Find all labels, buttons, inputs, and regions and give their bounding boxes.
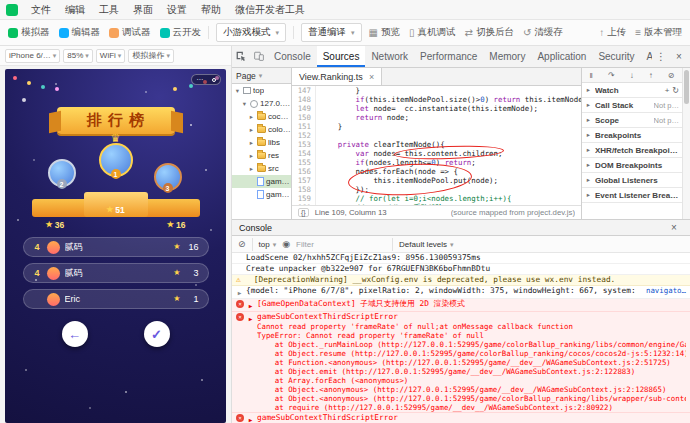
zoom-select[interactable]: 85% ▾ xyxy=(63,49,93,63)
menu-item[interactable]: 微信开发者工具 xyxy=(228,3,312,17)
tree-item[interactable]: ▸colorB… xyxy=(232,123,291,136)
close-icon[interactable]: × xyxy=(665,222,683,233)
console-message[interactable]: ▶{model: "iPhone 6/7/8", pixelRatio: 2, … xyxy=(232,286,690,299)
sidebar-section-scope[interactable]: ▸ScopeNot p… xyxy=(582,113,682,128)
console-drawer-title[interactable]: Console xyxy=(239,223,272,233)
console-message[interactable]: ×▶gameSubContextThirdScriptErrorCannot r… xyxy=(232,413,690,423)
line-number[interactable]: 160 xyxy=(292,203,316,205)
remote-debug-button[interactable]: ▯真机调试 xyxy=(409,26,456,39)
line-number[interactable]: 156 xyxy=(292,167,316,176)
menu-item[interactable]: 工具 xyxy=(92,3,126,17)
line-number[interactable]: 148 xyxy=(292,95,316,104)
line-number[interactable]: 152 xyxy=(292,131,316,140)
device-toolbar-icon[interactable] xyxy=(250,51,268,63)
tree-item[interactable]: ▸cocos… xyxy=(232,110,291,123)
clear-console-icon[interactable]: ⊘ xyxy=(238,240,246,249)
line-number[interactable]: 149 xyxy=(292,104,316,113)
clear-cache-button[interactable]: ↺清缓存 xyxy=(523,26,563,39)
switch-background-button[interactable]: ⇄切换后台 xyxy=(465,26,514,39)
devtools-tab-network[interactable]: Network xyxy=(365,46,414,67)
expand-icon[interactable]: ▶ xyxy=(247,314,254,324)
add-watch-icon[interactable]: + xyxy=(665,86,670,95)
line-number[interactable]: 153 xyxy=(292,140,316,149)
sidebar-section-xhr-fetch-breakpoints[interactable]: ▸XHR/fetch Breakpoints xyxy=(582,143,682,158)
tree-item[interactable]: game… xyxy=(232,175,291,188)
line-number[interactable]: 157 xyxy=(292,176,316,185)
confirm-button[interactable]: ✓ xyxy=(144,321,170,347)
sidebar-section-watch[interactable]: ▸Watch+↻ xyxy=(582,83,682,98)
sidebar-section-call-stack[interactable]: ▸Call StackNot p… xyxy=(582,98,682,113)
sidebar-section-breakpoints[interactable]: ▸Breakpoints xyxy=(582,128,682,143)
scrollbar-thumb[interactable] xyxy=(684,70,689,104)
console-filter-input[interactable] xyxy=(296,240,386,249)
leaderboard-row[interactable]: Eric★1 xyxy=(23,289,209,309)
cloud-dev-button[interactable]: 云开发 xyxy=(160,26,202,39)
line-number[interactable]: 154 xyxy=(292,149,316,158)
debugger-button[interactable]: 调试器 xyxy=(109,26,151,39)
kebab-menu-icon[interactable]: ⋮ xyxy=(652,51,670,62)
sidebar-section-global-listeners[interactable]: ▸Global Listeners xyxy=(582,173,682,188)
game-mode-dropdown[interactable]: 小游戏模式 ▾ xyxy=(216,23,286,42)
pretty-print-icon[interactable]: {} xyxy=(298,208,309,217)
menu-item[interactable]: 帮助 xyxy=(194,3,228,17)
pause-icon[interactable]: ‖ xyxy=(590,71,593,80)
file-tree-header[interactable]: Page ▾ xyxy=(232,68,291,84)
simulator-button[interactable]: 模拟器 xyxy=(8,26,50,39)
menu-item[interactable]: 设置 xyxy=(160,3,194,17)
deactivate-breakpoints-icon[interactable]: ⊘ xyxy=(668,71,675,80)
line-number[interactable]: 158 xyxy=(292,185,316,194)
refresh-icon[interactable]: ↻ xyxy=(672,86,679,95)
menu-item[interactable]: 界面 xyxy=(126,3,160,17)
devtools-tab-audits[interactable]: Audits xyxy=(641,46,653,67)
console-message[interactable]: ×▶[GameOpenDataContext] 子域只支持使用 2D 渲染模式 xyxy=(232,299,690,312)
version-control-button[interactable]: ≡版本管理 xyxy=(635,26,682,39)
devtools-tab-performance[interactable]: Performance xyxy=(414,46,483,67)
devtools-tab-console[interactable]: Console xyxy=(268,46,317,67)
back-button[interactable]: ← xyxy=(62,321,88,347)
leaderboard-row[interactable]: 4腻码★16 xyxy=(23,237,209,257)
tree-item[interactable]: ▾top xyxy=(232,84,291,97)
close-icon[interactable]: × xyxy=(670,51,688,62)
close-tab-icon[interactable]: × xyxy=(369,72,374,82)
tree-item[interactable]: ▸libs xyxy=(232,136,291,149)
devtools-tab-application[interactable]: Application xyxy=(531,46,592,67)
editor-tab-view-ranking[interactable]: View.Ranking.ts × xyxy=(292,68,382,85)
tree-item[interactable]: ▾127.0.0.1:5… xyxy=(232,97,291,110)
tree-item[interactable]: gam… xyxy=(232,188,291,201)
menu-item[interactable]: 文件 xyxy=(24,3,58,17)
step-out-icon[interactable]: ↑ xyxy=(649,71,653,80)
line-number[interactable]: 155 xyxy=(292,158,316,167)
line-number[interactable]: 151 xyxy=(292,122,316,131)
console-source-link[interactable]: navigato… xyxy=(646,286,686,296)
expand-icon[interactable]: ▶ xyxy=(236,288,243,298)
inspect-icon[interactable] xyxy=(232,51,250,63)
compile-mode-dropdown[interactable]: 普通编译 ▾ xyxy=(301,23,362,42)
minigame-menu-capsule[interactable]: ⋯ xyxy=(191,74,221,85)
sidebar-section-event-listener-breakpoints[interactable]: ▸Event Listener Breakpoints xyxy=(582,188,682,203)
step-over-icon[interactable]: ↷ xyxy=(608,71,615,80)
editor-button[interactable]: 编辑器 xyxy=(59,26,101,39)
step-into-icon[interactable]: ↓ xyxy=(630,71,634,80)
preview-button[interactable]: ▦预览 xyxy=(369,26,400,39)
simulate-actions-menu[interactable]: 模拟操作 ▾ xyxy=(128,49,174,63)
devtools-tab-memory[interactable]: Memory xyxy=(483,46,531,67)
devtools-tab-sources[interactable]: Sources xyxy=(317,46,366,67)
leaderboard-row[interactable]: 4腻码★3 xyxy=(23,263,209,283)
scrollbar[interactable] xyxy=(682,68,690,219)
tree-item[interactable]: ▸res xyxy=(232,149,291,162)
console-context-select[interactable]: top ▾ xyxy=(259,240,277,249)
line-number[interactable]: 150 xyxy=(292,113,316,122)
line-number[interactable]: 147 xyxy=(292,86,316,95)
console-message[interactable]: ×▶gameSubContextThirdScriptErrorCannot r… xyxy=(232,312,690,413)
log-level-select[interactable]: Default levels ▾ xyxy=(399,240,454,249)
network-select[interactable]: WiFi ▾ xyxy=(96,49,126,63)
expand-icon[interactable]: ▶ xyxy=(247,301,254,311)
menu-item[interactable]: 编辑 xyxy=(58,3,92,17)
device-select[interactable]: iPhone 6/… ▾ xyxy=(5,49,60,63)
expand-icon[interactable]: ▶ xyxy=(247,415,254,423)
devtools-tab-security[interactable]: Security xyxy=(592,46,640,67)
tree-item[interactable]: ▸src xyxy=(232,162,291,175)
line-number[interactable]: 159 xyxy=(292,194,316,203)
upload-button[interactable]: ↑上传 xyxy=(599,26,626,39)
sidebar-section-dom-breakpoints[interactable]: ▸DOM Breakpoints xyxy=(582,158,682,173)
